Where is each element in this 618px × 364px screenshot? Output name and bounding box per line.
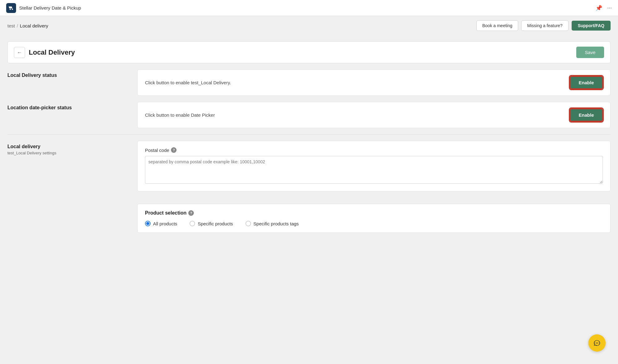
breadcrumb-separator: / bbox=[17, 23, 18, 28]
radio-specific-products-tags-circle bbox=[245, 221, 251, 226]
more-options-icon[interactable]: ··· bbox=[607, 5, 612, 11]
top-bar-right: 📌 ··· bbox=[595, 5, 612, 11]
product-selection-card: Product selection ? All products Specif bbox=[137, 204, 611, 233]
app-title: Stellar Delivery Date & Pickup bbox=[19, 5, 81, 10]
radio-specific-products-tags-label: Specific products tags bbox=[254, 221, 299, 226]
product-selection-help-icon[interactable]: ? bbox=[188, 210, 194, 216]
local-delivery-settings-label: Local delivery bbox=[7, 144, 128, 149]
local-delivery-status-row: Local Delivery status Click button to en… bbox=[7, 69, 611, 96]
local-delivery-status-label: Local Delivery status bbox=[7, 73, 128, 78]
radio-all-products-circle bbox=[145, 221, 151, 226]
svg-point-4 bbox=[597, 343, 597, 343]
main-content: ← Local Delivery Save Local Delivery sta… bbox=[0, 35, 618, 245]
location-datepicker-status-row: Location date-picker status Click button… bbox=[7, 102, 611, 128]
local-delivery-settings-label-col: Local delivery test_Local Delivery setti… bbox=[7, 141, 137, 155]
support-faq-button[interactable]: Support/FAQ bbox=[572, 21, 611, 31]
local-delivery-settings-card-col: Postal code ? bbox=[137, 141, 611, 198]
product-selection-radio-group: All products Specific products Specific … bbox=[145, 221, 603, 226]
breadcrumb: test / Local delivery bbox=[7, 23, 48, 28]
breadcrumb-link[interactable]: test bbox=[7, 23, 15, 28]
product-selection-card-col: Product selection ? All products Specif bbox=[137, 204, 611, 233]
postal-code-help-icon[interactable]: ? bbox=[171, 147, 177, 153]
svg-point-3 bbox=[596, 343, 596, 343]
local-delivery-status-text: Click button to enable test_Local Delive… bbox=[145, 80, 231, 85]
breadcrumb-current: Local delivery bbox=[20, 23, 48, 28]
pin-icon[interactable]: 📌 bbox=[595, 5, 602, 11]
location-datepicker-enable-button[interactable]: Enable bbox=[570, 108, 603, 122]
chat-bubble-button[interactable] bbox=[588, 334, 606, 352]
radio-specific-products-circle bbox=[190, 221, 195, 226]
top-bar-left: Stellar Delivery Date & Pickup bbox=[6, 3, 81, 13]
product-selection-label-col bbox=[7, 204, 137, 207]
page-title: Local Delivery bbox=[29, 48, 75, 56]
postal-code-label-text: Postal code bbox=[145, 148, 169, 153]
location-datepicker-card: Click button to enable Date Picker Enabl… bbox=[137, 102, 611, 128]
local-delivery-settings-sub: test_Local Delivery settings bbox=[7, 151, 128, 155]
local-delivery-status-card: Click button to enable test_Local Delive… bbox=[137, 69, 611, 96]
radio-all-products-label: All products bbox=[153, 221, 177, 226]
location-datepicker-text: Click button to enable Date Picker bbox=[145, 112, 215, 118]
svg-point-1 bbox=[10, 9, 11, 10]
postal-code-card: Postal code ? bbox=[137, 141, 611, 191]
back-button[interactable]: ← bbox=[14, 47, 25, 58]
save-button[interactable]: Save bbox=[576, 47, 604, 58]
postal-code-label-row: Postal code ? bbox=[145, 147, 603, 153]
page-header-left: ← Local Delivery bbox=[14, 47, 75, 58]
radio-specific-products[interactable]: Specific products bbox=[190, 221, 233, 226]
local-delivery-status-card-col: Click button to enable test_Local Delive… bbox=[137, 69, 611, 96]
radio-all-products[interactable]: All products bbox=[145, 221, 177, 226]
svg-point-5 bbox=[598, 343, 598, 343]
product-selection-label-text: Product selection bbox=[145, 210, 186, 216]
radio-specific-products-tags[interactable]: Specific products tags bbox=[245, 221, 299, 226]
location-datepicker-label: Location date-picker status bbox=[7, 105, 128, 111]
location-datepicker-card-col: Click button to enable Date Picker Enabl… bbox=[137, 102, 611, 128]
local-delivery-enable-button[interactable]: Enable bbox=[570, 76, 603, 89]
section-divider bbox=[7, 134, 611, 135]
local-delivery-status-label-col: Local Delivery status bbox=[7, 69, 137, 79]
postal-code-input[interactable] bbox=[145, 156, 603, 184]
breadcrumb-bar: test / Local delivery Book a meeting Mis… bbox=[0, 16, 618, 35]
product-selection-label-row: Product selection ? bbox=[145, 210, 603, 216]
top-bar: Stellar Delivery Date & Pickup 📌 ··· bbox=[0, 0, 618, 16]
location-datepicker-label-col: Location date-picker status bbox=[7, 102, 137, 112]
missing-feature-button[interactable]: Missing a feature? bbox=[521, 20, 568, 31]
app-icon bbox=[6, 3, 16, 13]
page-header: ← Local Delivery Save bbox=[7, 41, 611, 63]
product-selection-row: Product selection ? All products Specif bbox=[7, 204, 611, 233]
svg-point-2 bbox=[12, 9, 13, 10]
local-delivery-settings-row: Local delivery test_Local Delivery setti… bbox=[7, 141, 611, 198]
breadcrumb-actions: Book a meeting Missing a feature? Suppor… bbox=[476, 20, 611, 31]
radio-all-products-dot bbox=[146, 222, 149, 225]
book-meeting-button[interactable]: Book a meeting bbox=[476, 20, 518, 31]
radio-specific-products-label: Specific products bbox=[198, 221, 233, 226]
